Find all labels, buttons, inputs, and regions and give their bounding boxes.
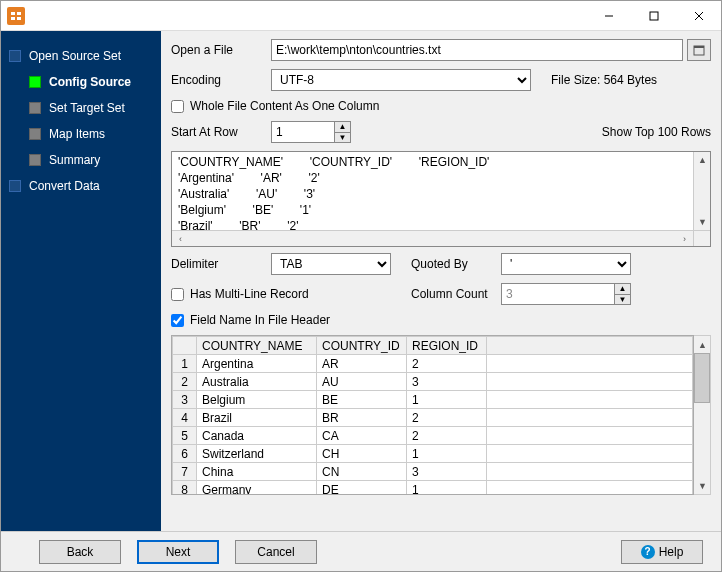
grid-cell[interactable]: Switzerland <box>197 445 317 463</box>
svg-rect-5 <box>650 12 658 20</box>
spin-up-button[interactable]: ▲ <box>334 122 350 132</box>
scroll-up-arrow-icon[interactable]: ▲ <box>694 336 711 353</box>
whole-file-checkbox[interactable]: Whole File Content As One Column <box>171 99 379 113</box>
grid-cell-empty <box>487 391 693 409</box>
grid-row-header[interactable]: 2 <box>173 373 197 391</box>
grid-vertical-scrollbar[interactable]: ▲ ▼ <box>694 335 711 495</box>
grid-cell[interactable]: DE <box>317 481 407 496</box>
grid-cell[interactable]: 3 <box>407 373 487 391</box>
field-name-header-checkbox[interactable]: Field Name In File Header <box>171 313 330 327</box>
folder-icon <box>692 43 706 57</box>
field-name-header-checkbox-input[interactable] <box>171 314 184 327</box>
grid-row-header[interactable]: 5 <box>173 427 197 445</box>
scroll-left-arrow-icon[interactable]: ‹ <box>172 231 189 247</box>
grid-column-header[interactable]: COUNTRY_NAME <box>197 337 317 355</box>
scroll-down-arrow-icon[interactable]: ▼ <box>694 214 711 230</box>
grid-column-header[interactable]: COUNTRY_ID <box>317 337 407 355</box>
table-row[interactable]: 3BelgiumBE1 <box>173 391 693 409</box>
step-box-icon <box>29 102 41 114</box>
sidebar-item-open-source-set[interactable]: Open Source Set <box>5 43 157 69</box>
grid-row-header[interactable]: 8 <box>173 481 197 496</box>
grid-cell[interactable]: CN <box>317 463 407 481</box>
sidebar-item-map-items[interactable]: Map Items <box>25 121 157 147</box>
grid-cell[interactable]: 1 <box>407 391 487 409</box>
table-row[interactable]: 4BrazilBR2 <box>173 409 693 427</box>
grid-cell-empty <box>487 409 693 427</box>
grid-cell[interactable]: Brazil <box>197 409 317 427</box>
grid-corner-header[interactable] <box>173 337 197 355</box>
table-row[interactable]: 1ArgentinaAR2 <box>173 355 693 373</box>
grid-row-header[interactable]: 3 <box>173 391 197 409</box>
grid-row-header[interactable]: 7 <box>173 463 197 481</box>
step-box-icon <box>9 180 21 192</box>
grid-cell[interactable]: CH <box>317 445 407 463</box>
grid-cell[interactable]: Germany <box>197 481 317 496</box>
grid-row-header[interactable]: 6 <box>173 445 197 463</box>
grid-cell[interactable]: AU <box>317 373 407 391</box>
sidebar-item-convert-data[interactable]: Convert Data <box>5 173 157 199</box>
file-size-label: File Size: 564 Bytes <box>551 73 657 87</box>
spin-down-button[interactable]: ▼ <box>334 132 350 143</box>
scroll-right-arrow-icon[interactable]: › <box>676 231 693 247</box>
maximize-button[interactable] <box>631 1 676 31</box>
grid-cell[interactable]: 1 <box>407 445 487 463</box>
encoding-select[interactable]: UTF-8 <box>271 69 531 91</box>
back-button[interactable]: Back <box>39 540 121 564</box>
has-multiline-checkbox-input[interactable] <box>171 288 184 301</box>
grid-cell[interactable]: Argentina <box>197 355 317 373</box>
table-row[interactable]: 7ChinaCN3 <box>173 463 693 481</box>
sidebar-item-label: Summary <box>49 153 100 167</box>
encoding-label: Encoding <box>171 73 271 87</box>
grid-cell[interactable]: 2 <box>407 355 487 373</box>
browse-file-button[interactable] <box>687 39 711 61</box>
has-multiline-checkbox[interactable]: Has Multi-Line Record <box>171 287 391 301</box>
show-top-rows-label: Show Top 100 Rows <box>602 125 711 139</box>
preview-vertical-scrollbar[interactable]: ▲ ▼ <box>693 152 710 230</box>
table-row[interactable]: 8GermanyDE1 <box>173 481 693 496</box>
grid-cell[interactable]: CA <box>317 427 407 445</box>
grid-cell[interactable]: Canada <box>197 427 317 445</box>
grid-cell[interactable]: 3 <box>407 463 487 481</box>
grid-cell[interactable]: BR <box>317 409 407 427</box>
data-grid[interactable]: COUNTRY_NAME COUNTRY_ID REGION_ID 1Argen… <box>171 335 711 495</box>
quoted-by-select[interactable]: ' <box>501 253 631 275</box>
grid-cell[interactable]: Australia <box>197 373 317 391</box>
grid-row-header[interactable]: 1 <box>173 355 197 373</box>
grid-cell[interactable]: 1 <box>407 481 487 496</box>
grid-column-header[interactable]: REGION_ID <box>407 337 487 355</box>
whole-file-checkbox-input[interactable] <box>171 100 184 113</box>
table-row[interactable]: 6SwitzerlandCH1 <box>173 445 693 463</box>
grid-cell[interactable]: BE <box>317 391 407 409</box>
sidebar-item-summary[interactable]: Summary <box>25 147 157 173</box>
scroll-down-arrow-icon[interactable]: ▼ <box>694 477 711 494</box>
close-button[interactable] <box>676 1 721 31</box>
main-panel: Open a File Encoding UTF-8 File Size: 56… <box>161 31 721 531</box>
grid-cell[interactable]: 2 <box>407 409 487 427</box>
grid-cell[interactable]: Belgium <box>197 391 317 409</box>
grid-row-header[interactable]: 4 <box>173 409 197 427</box>
file-preview-box: 'COUNTRY_NAME' 'COUNTRY_ID' 'REGION_ID' … <box>171 151 711 247</box>
grid-cell-empty <box>487 427 693 445</box>
grid-cell[interactable]: 2 <box>407 427 487 445</box>
grid-cell[interactable]: AR <box>317 355 407 373</box>
sidebar-item-set-target-set[interactable]: Set Target Set <box>25 95 157 121</box>
preview-horizontal-scrollbar[interactable]: ‹ › <box>172 230 693 246</box>
minimize-button[interactable] <box>586 1 631 31</box>
help-button[interactable]: ? Help <box>621 540 703 564</box>
grid-cell[interactable]: China <box>197 463 317 481</box>
sidebar-item-config-source[interactable]: Config Source <box>25 69 157 95</box>
table-row[interactable]: 2AustraliaAU3 <box>173 373 693 391</box>
delimiter-label: Delimiter <box>171 257 271 271</box>
table-row[interactable]: 5CanadaCA2 <box>173 427 693 445</box>
spin-up-button[interactable]: ▲ <box>614 284 630 294</box>
delimiter-select[interactable]: TAB <box>271 253 391 275</box>
cancel-button[interactable]: Cancel <box>235 540 317 564</box>
scrollbar-thumb[interactable] <box>694 353 710 403</box>
svg-rect-1 <box>17 12 21 15</box>
next-button[interactable]: Next <box>137 540 219 564</box>
grid-cell-empty <box>487 445 693 463</box>
file-path-input[interactable] <box>271 39 683 61</box>
scroll-up-arrow-icon[interactable]: ▲ <box>694 152 711 168</box>
svg-rect-0 <box>11 12 15 15</box>
spin-down-button[interactable]: ▼ <box>614 294 630 305</box>
